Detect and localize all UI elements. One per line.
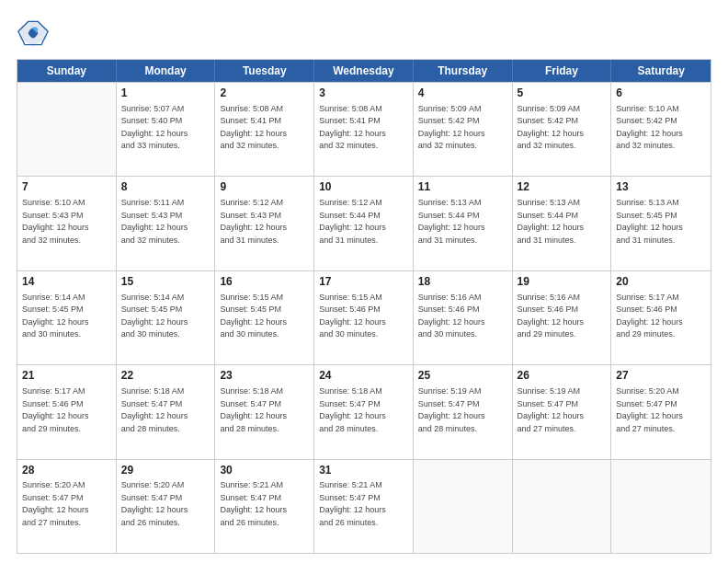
calendar-day-cell: 12Sunrise: 5:13 AM Sunset: 5:44 PM Dayli… [513, 177, 612, 270]
day-info: Sunrise: 5:11 AM Sunset: 5:43 PM Dayligh… [121, 197, 210, 247]
day-number: 30 [220, 463, 309, 478]
logo [17, 17, 53, 50]
calendar-day-cell: 29Sunrise: 5:20 AM Sunset: 5:47 PM Dayli… [117, 460, 216, 553]
calendar-body: 1Sunrise: 5:07 AM Sunset: 5:40 PM Daylig… [17, 82, 711, 553]
calendar-day-cell: 5Sunrise: 5:09 AM Sunset: 5:42 PM Daylig… [513, 83, 612, 176]
day-info: Sunrise: 5:17 AM Sunset: 5:46 PM Dayligh… [616, 292, 706, 341]
day-number: 16 [220, 274, 309, 290]
day-info: Sunrise: 5:14 AM Sunset: 5:45 PM Dayligh… [121, 292, 210, 341]
calendar-day-cell: 26Sunrise: 5:19 AM Sunset: 5:47 PM Dayli… [513, 365, 612, 458]
calendar-day-cell: 11Sunrise: 5:13 AM Sunset: 5:44 PM Dayli… [414, 177, 513, 270]
day-number: 14 [22, 274, 111, 290]
day-info: Sunrise: 5:07 AM Sunset: 5:40 PM Dayligh… [121, 103, 210, 153]
calendar-day-cell: 16Sunrise: 5:15 AM Sunset: 5:45 PM Dayli… [215, 271, 314, 364]
day-number: 4 [418, 86, 507, 101]
day-info: Sunrise: 5:14 AM Sunset: 5:45 PM Dayligh… [22, 292, 111, 341]
day-info: Sunrise: 5:08 AM Sunset: 5:41 PM Dayligh… [220, 103, 309, 153]
day-info: Sunrise: 5:13 AM Sunset: 5:45 PM Dayligh… [616, 197, 706, 247]
calendar-day-cell: 8Sunrise: 5:11 AM Sunset: 5:43 PM Daylig… [117, 177, 216, 270]
calendar-day-cell: 1Sunrise: 5:07 AM Sunset: 5:40 PM Daylig… [117, 83, 216, 176]
calendar-week-row: 21Sunrise: 5:17 AM Sunset: 5:46 PM Dayli… [17, 364, 711, 458]
weekday-header: Friday [513, 60, 612, 82]
calendar-day-cell: 22Sunrise: 5:18 AM Sunset: 5:47 PM Dayli… [117, 365, 216, 458]
day-info: Sunrise: 5:19 AM Sunset: 5:47 PM Dayligh… [418, 385, 507, 435]
weekday-header: Saturday [611, 60, 711, 82]
day-info: Sunrise: 5:16 AM Sunset: 5:46 PM Dayligh… [418, 292, 507, 341]
day-number: 17 [319, 274, 408, 290]
calendar-day-cell: 13Sunrise: 5:13 AM Sunset: 5:45 PM Dayli… [611, 177, 711, 270]
weekday-header: Thursday [414, 60, 513, 82]
day-info: Sunrise: 5:12 AM Sunset: 5:44 PM Dayligh… [319, 197, 408, 247]
calendar-day-cell: 20Sunrise: 5:17 AM Sunset: 5:46 PM Dayli… [611, 271, 711, 364]
calendar-day-cell: 3Sunrise: 5:08 AM Sunset: 5:41 PM Daylig… [314, 83, 414, 176]
empty-cell [414, 460, 513, 553]
calendar-day-cell: 21Sunrise: 5:17 AM Sunset: 5:46 PM Dayli… [17, 365, 117, 458]
calendar-day-cell: 25Sunrise: 5:19 AM Sunset: 5:47 PM Dayli… [414, 365, 513, 458]
calendar-day-cell: 10Sunrise: 5:12 AM Sunset: 5:44 PM Dayli… [314, 177, 414, 270]
calendar-day-cell: 30Sunrise: 5:21 AM Sunset: 5:47 PM Dayli… [215, 460, 314, 553]
day-number: 13 [616, 179, 706, 195]
day-info: Sunrise: 5:19 AM Sunset: 5:47 PM Dayligh… [518, 385, 607, 435]
day-number: 31 [319, 463, 408, 478]
day-info: Sunrise: 5:18 AM Sunset: 5:47 PM Dayligh… [319, 385, 408, 435]
calendar-day-cell: 24Sunrise: 5:18 AM Sunset: 5:47 PM Dayli… [314, 365, 414, 458]
calendar-day-cell: 4Sunrise: 5:09 AM Sunset: 5:42 PM Daylig… [414, 83, 513, 176]
day-number: 29 [121, 463, 210, 478]
day-number: 25 [418, 368, 507, 384]
calendar-week-row: 1Sunrise: 5:07 AM Sunset: 5:40 PM Daylig… [17, 82, 711, 176]
day-number: 22 [121, 368, 210, 384]
weekday-header: Tuesday [215, 60, 314, 82]
day-number: 24 [319, 368, 408, 384]
day-number: 28 [22, 463, 111, 478]
calendar-day-cell: 9Sunrise: 5:12 AM Sunset: 5:43 PM Daylig… [215, 177, 314, 270]
calendar-day-cell: 31Sunrise: 5:21 AM Sunset: 5:47 PM Dayli… [314, 460, 414, 553]
calendar-day-cell: 28Sunrise: 5:20 AM Sunset: 5:47 PM Dayli… [17, 460, 117, 553]
day-info: Sunrise: 5:15 AM Sunset: 5:46 PM Dayligh… [319, 292, 408, 341]
day-info: Sunrise: 5:21 AM Sunset: 5:47 PM Dayligh… [220, 479, 309, 529]
day-number: 9 [220, 179, 309, 195]
weekday-header: Sunday [17, 60, 117, 82]
calendar-day-cell: 7Sunrise: 5:10 AM Sunset: 5:43 PM Daylig… [17, 177, 117, 270]
day-info: Sunrise: 5:17 AM Sunset: 5:46 PM Dayligh… [22, 385, 111, 435]
calendar-day-cell: 14Sunrise: 5:14 AM Sunset: 5:45 PM Dayli… [17, 271, 117, 364]
day-number: 18 [418, 274, 507, 290]
empty-cell [611, 460, 711, 553]
day-info: Sunrise: 5:09 AM Sunset: 5:42 PM Dayligh… [518, 103, 607, 153]
day-number: 23 [220, 368, 309, 384]
calendar-day-cell: 18Sunrise: 5:16 AM Sunset: 5:46 PM Dayli… [414, 271, 513, 364]
calendar-day-cell: 17Sunrise: 5:15 AM Sunset: 5:46 PM Dayli… [314, 271, 414, 364]
day-number: 15 [121, 274, 210, 290]
weekday-header: Monday [117, 60, 216, 82]
day-number: 26 [518, 368, 607, 384]
day-info: Sunrise: 5:15 AM Sunset: 5:45 PM Dayligh… [220, 292, 309, 341]
calendar-week-row: 28Sunrise: 5:20 AM Sunset: 5:47 PM Dayli… [17, 459, 711, 553]
day-number: 20 [616, 274, 706, 290]
day-number: 1 [121, 86, 210, 101]
day-info: Sunrise: 5:12 AM Sunset: 5:43 PM Dayligh… [220, 197, 309, 247]
calendar-day-cell: 15Sunrise: 5:14 AM Sunset: 5:45 PM Dayli… [117, 271, 216, 364]
empty-cell [513, 460, 612, 553]
calendar: SundayMondayTuesdayWednesdayThursdayFrid… [17, 59, 711, 554]
empty-cell [17, 83, 117, 176]
day-number: 7 [22, 179, 111, 195]
day-number: 8 [121, 179, 210, 195]
page-header [17, 17, 711, 50]
day-number: 10 [319, 179, 408, 195]
calendar-day-cell: 27Sunrise: 5:20 AM Sunset: 5:47 PM Dayli… [611, 365, 711, 458]
day-info: Sunrise: 5:21 AM Sunset: 5:47 PM Dayligh… [319, 479, 408, 529]
calendar-header-row: SundayMondayTuesdayWednesdayThursdayFrid… [17, 60, 711, 82]
day-info: Sunrise: 5:18 AM Sunset: 5:47 PM Dayligh… [121, 385, 210, 435]
day-number: 2 [220, 86, 309, 101]
day-info: Sunrise: 5:13 AM Sunset: 5:44 PM Dayligh… [418, 197, 507, 247]
day-info: Sunrise: 5:08 AM Sunset: 5:41 PM Dayligh… [319, 103, 408, 153]
day-number: 6 [616, 86, 706, 101]
day-number: 27 [616, 368, 706, 384]
day-info: Sunrise: 5:20 AM Sunset: 5:47 PM Dayligh… [121, 479, 210, 529]
day-info: Sunrise: 5:20 AM Sunset: 5:47 PM Dayligh… [616, 385, 706, 435]
day-info: Sunrise: 5:13 AM Sunset: 5:44 PM Dayligh… [518, 197, 607, 247]
day-number: 11 [418, 179, 507, 195]
calendar-day-cell: 19Sunrise: 5:16 AM Sunset: 5:46 PM Dayli… [513, 271, 612, 364]
calendar-day-cell: 6Sunrise: 5:10 AM Sunset: 5:42 PM Daylig… [611, 83, 711, 176]
day-info: Sunrise: 5:16 AM Sunset: 5:46 PM Dayligh… [518, 292, 607, 341]
calendar-week-row: 14Sunrise: 5:14 AM Sunset: 5:45 PM Dayli… [17, 270, 711, 364]
